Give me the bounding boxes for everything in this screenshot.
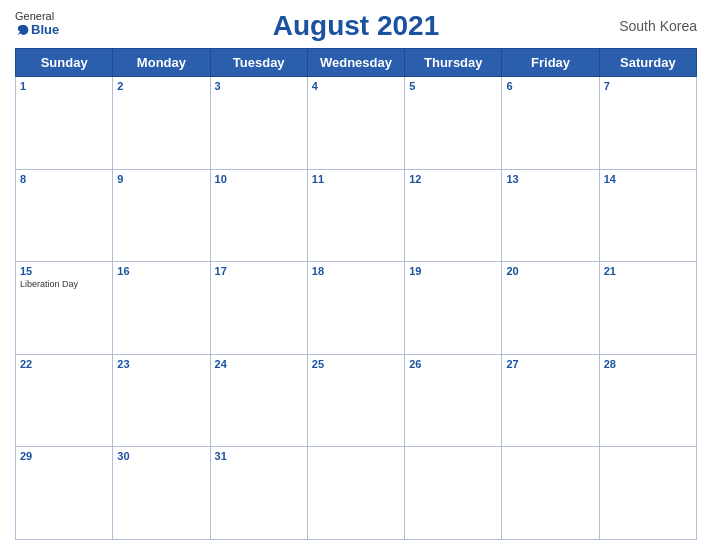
week-row-4: 22232425262728: [16, 354, 697, 447]
day-number: 12: [409, 173, 497, 185]
calendar-cell: 23: [113, 354, 210, 447]
day-header-saturday: Saturday: [599, 49, 696, 77]
calendar-title: August 2021: [273, 10, 440, 42]
calendar-cell: 25: [307, 354, 404, 447]
calendar-cell: 15Liberation Day: [16, 262, 113, 355]
day-number: 5: [409, 80, 497, 92]
calendar-cell: 7: [599, 77, 696, 170]
calendar-cell: 24: [210, 354, 307, 447]
calendar-cell: 3: [210, 77, 307, 170]
day-number: 27: [506, 358, 594, 370]
day-header-monday: Monday: [113, 49, 210, 77]
calendar-cell: 26: [405, 354, 502, 447]
logo-general-text: General: [15, 10, 54, 22]
calendar-cell: 8: [16, 169, 113, 262]
calendar-cell: 31: [210, 447, 307, 540]
day-number: 3: [215, 80, 303, 92]
calendar-cell: 29: [16, 447, 113, 540]
calendar-cell: [599, 447, 696, 540]
day-number: 9: [117, 173, 205, 185]
event-label: Liberation Day: [20, 279, 108, 289]
calendar-cell: 6: [502, 77, 599, 170]
calendar-cell: [502, 447, 599, 540]
calendar-cell: 5: [405, 77, 502, 170]
week-row-1: 1234567: [16, 77, 697, 170]
day-number: 14: [604, 173, 692, 185]
day-number: 21: [604, 265, 692, 277]
calendar-cell: 30: [113, 447, 210, 540]
day-number: 30: [117, 450, 205, 462]
week-row-5: 293031: [16, 447, 697, 540]
calendar-cell: 28: [599, 354, 696, 447]
calendar-table: SundayMondayTuesdayWednesdayThursdayFrid…: [15, 48, 697, 540]
logo: General Blue: [15, 10, 59, 37]
day-number: 29: [20, 450, 108, 462]
day-number: 11: [312, 173, 400, 185]
day-number: 28: [604, 358, 692, 370]
calendar-header: General Blue August 2021 South Korea: [15, 10, 697, 42]
day-header-friday: Friday: [502, 49, 599, 77]
calendar-cell: 27: [502, 354, 599, 447]
day-number: 24: [215, 358, 303, 370]
country-label: South Korea: [619, 18, 697, 34]
calendar-cell: 22: [16, 354, 113, 447]
calendar-cell: 16: [113, 262, 210, 355]
calendar-cell: 11: [307, 169, 404, 262]
calendar-cell: 21: [599, 262, 696, 355]
days-header-row: SundayMondayTuesdayWednesdayThursdayFrid…: [16, 49, 697, 77]
calendar-cell: 13: [502, 169, 599, 262]
calendar-cell: [405, 447, 502, 540]
day-number: 10: [215, 173, 303, 185]
day-header-tuesday: Tuesday: [210, 49, 307, 77]
logo-blue-text: Blue: [15, 22, 59, 37]
day-number: 17: [215, 265, 303, 277]
calendar-cell: 9: [113, 169, 210, 262]
calendar-cell: 14: [599, 169, 696, 262]
day-number: 25: [312, 358, 400, 370]
day-number: 15: [20, 265, 108, 277]
day-number: 22: [20, 358, 108, 370]
day-number: 20: [506, 265, 594, 277]
day-number: 1: [20, 80, 108, 92]
week-row-2: 891011121314: [16, 169, 697, 262]
day-header-sunday: Sunday: [16, 49, 113, 77]
calendar-container: General Blue August 2021 South Korea Sun…: [0, 0, 712, 550]
calendar-cell: [307, 447, 404, 540]
calendar-cell: 4: [307, 77, 404, 170]
day-number: 7: [604, 80, 692, 92]
day-number: 23: [117, 358, 205, 370]
day-number: 13: [506, 173, 594, 185]
day-number: 19: [409, 265, 497, 277]
calendar-cell: 10: [210, 169, 307, 262]
day-number: 8: [20, 173, 108, 185]
day-number: 18: [312, 265, 400, 277]
day-number: 4: [312, 80, 400, 92]
calendar-cell: 12: [405, 169, 502, 262]
day-number: 16: [117, 265, 205, 277]
week-row-3: 15Liberation Day161718192021: [16, 262, 697, 355]
calendar-cell: 19: [405, 262, 502, 355]
calendar-cell: 1: [16, 77, 113, 170]
calendar-cell: 17: [210, 262, 307, 355]
day-number: 26: [409, 358, 497, 370]
day-number: 2: [117, 80, 205, 92]
day-number: 31: [215, 450, 303, 462]
day-header-wednesday: Wednesday: [307, 49, 404, 77]
calendar-cell: 18: [307, 262, 404, 355]
calendar-cell: 20: [502, 262, 599, 355]
logo-bird-icon: [15, 23, 29, 37]
day-header-thursday: Thursday: [405, 49, 502, 77]
day-number: 6: [506, 80, 594, 92]
calendar-cell: 2: [113, 77, 210, 170]
